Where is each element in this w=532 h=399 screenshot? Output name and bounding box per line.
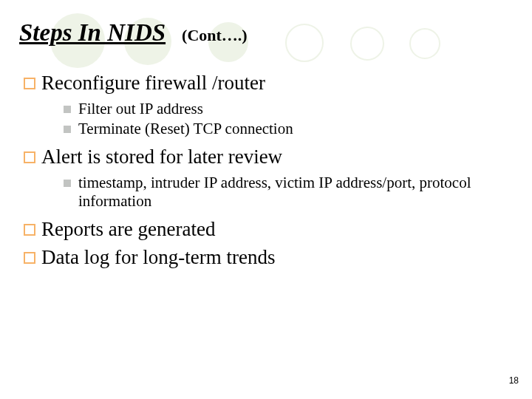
bullet-text: Reports are generated xyxy=(41,218,215,242)
hollow-square-icon xyxy=(24,78,35,89)
hollow-square-icon xyxy=(24,151,35,163)
hollow-square-icon xyxy=(24,224,35,236)
bullet-level1: Reports are generated xyxy=(24,218,513,242)
sub-list: Filter out IP address Terminate (Reset) … xyxy=(64,100,513,138)
sub-list: timestamp, intruder IP address, victim I… xyxy=(64,174,513,211)
hollow-square-icon xyxy=(24,252,35,264)
page-number: 18 xyxy=(509,375,519,386)
sub-bullet: Terminate (Reset) TCP connection xyxy=(64,120,513,138)
bullet-level1: Data log for long-term trends xyxy=(24,246,513,270)
sub-bullet-text: Filter out IP address xyxy=(78,100,203,118)
sub-bullet-text: Terminate (Reset) TCP connection xyxy=(78,120,293,138)
title-main: Steps In NIDS xyxy=(19,19,166,47)
bullet-level1: Reconfigure firewall /router xyxy=(24,72,513,95)
filled-square-icon xyxy=(64,126,71,133)
bullet-level1: Alert is stored for later review xyxy=(24,146,513,169)
bullet-text: Reconfigure firewall /router xyxy=(41,72,265,95)
sub-bullet: Filter out IP address xyxy=(64,100,513,118)
filled-square-icon xyxy=(64,180,71,187)
bullet-text: Data log for long-term trends xyxy=(41,246,275,270)
bullet-text: Alert is stored for later review xyxy=(41,146,282,169)
sub-bullet-text: timestamp, intruder IP address, victim I… xyxy=(78,174,513,211)
filled-square-icon xyxy=(64,106,71,113)
slide-title: Steps In NIDS (Cont….) xyxy=(19,19,513,47)
title-continuation: (Cont….) xyxy=(182,26,248,45)
sub-bullet: timestamp, intruder IP address, victim I… xyxy=(64,174,513,211)
